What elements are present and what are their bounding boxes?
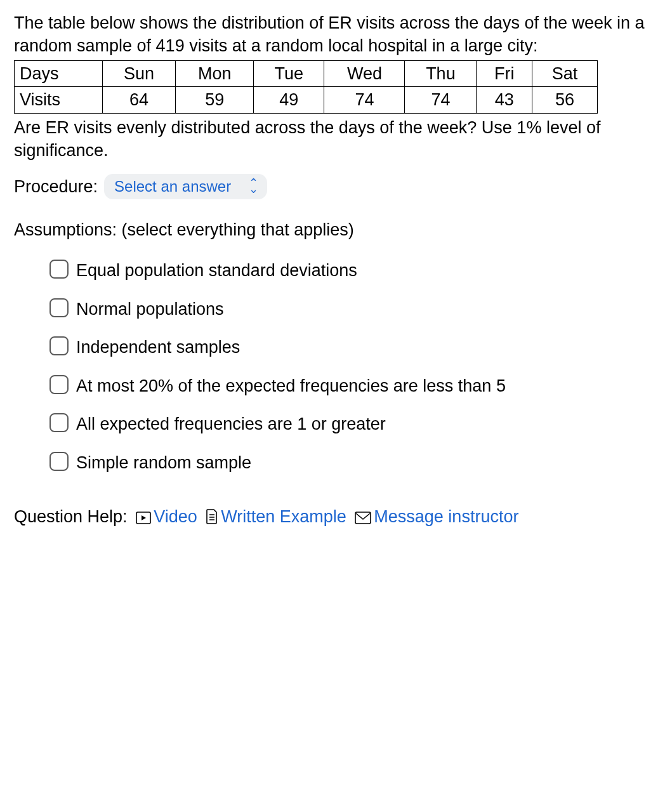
visit-cell: 56 <box>532 87 598 113</box>
list-item: All expected frequencies are 1 or greate… <box>49 411 658 435</box>
visit-cell: 49 <box>254 87 324 113</box>
intro-text: The table below shows the distribution o… <box>14 11 658 58</box>
procedure-select-value: Select an answer <box>114 176 231 197</box>
day-cell: Tue <box>254 60 324 86</box>
assumptions-label: Assumptions: (select everything that app… <box>14 218 658 241</box>
document-icon <box>206 509 218 524</box>
list-item: At most 20% of the expected frequencies … <box>49 373 658 397</box>
list-item: Independent samples <box>49 334 658 359</box>
option-label: All expected frequencies are 1 or greate… <box>76 411 386 435</box>
visits-label: Visits <box>15 87 103 113</box>
option-label: Normal populations <box>76 296 224 320</box>
data-table: Days Sun Mon Tue Wed Thu Fri Sat Visits … <box>14 60 598 114</box>
checkbox[interactable] <box>49 452 69 471</box>
list-item: Normal populations <box>49 296 658 320</box>
visit-cell: 64 <box>102 87 175 113</box>
day-cell: Sun <box>102 60 175 86</box>
option-label: Independent samples <box>76 334 240 359</box>
checkbox[interactable] <box>49 336 69 355</box>
visit-cell: 43 <box>477 87 532 113</box>
svg-rect-5 <box>355 512 371 524</box>
day-cell: Thu <box>405 60 477 86</box>
checkbox[interactable] <box>49 260 69 279</box>
procedure-label: Procedure: <box>14 175 98 198</box>
mail-icon <box>355 512 371 524</box>
svg-marker-1 <box>142 515 146 520</box>
visit-cell: 59 <box>176 87 254 113</box>
video-link[interactable]: Video <box>154 507 197 526</box>
checkbox[interactable] <box>49 298 69 317</box>
day-cell: Mon <box>176 60 254 86</box>
checkbox[interactable] <box>49 375 69 394</box>
option-label: Simple random sample <box>76 450 251 474</box>
message-instructor-link[interactable]: Message instructor <box>374 507 518 526</box>
day-cell: Fri <box>477 60 532 86</box>
assumptions-options: Equal population standard deviations Nor… <box>14 258 658 474</box>
question-text: Are ER visits evenly distributed across … <box>14 116 658 162</box>
play-icon <box>136 512 151 524</box>
checkbox[interactable] <box>49 413 69 432</box>
list-item: Simple random sample <box>49 450 658 474</box>
day-cell: Sat <box>532 60 598 86</box>
option-label: Equal population standard deviations <box>76 258 357 282</box>
option-label: At most 20% of the expected frequencies … <box>76 373 531 397</box>
written-example-link[interactable]: Written Example <box>221 507 346 526</box>
list-item: Equal population standard deviations <box>49 258 658 282</box>
table-row: Days Sun Mon Tue Wed Thu Fri Sat <box>15 60 598 86</box>
help-label: Question Help: <box>14 507 128 526</box>
table-row: Visits 64 59 49 74 74 43 56 <box>15 87 598 113</box>
visit-cell: 74 <box>405 87 477 113</box>
visit-cell: 74 <box>324 87 405 113</box>
day-cell: Wed <box>324 60 405 86</box>
chevron-up-down-icon: ⌃⌄ <box>249 180 258 193</box>
days-label: Days <box>15 60 103 86</box>
question-help: Question Help: Video Written Example Mes… <box>14 505 658 529</box>
procedure-select[interactable]: Select an answer ⌃⌄ <box>104 174 267 199</box>
